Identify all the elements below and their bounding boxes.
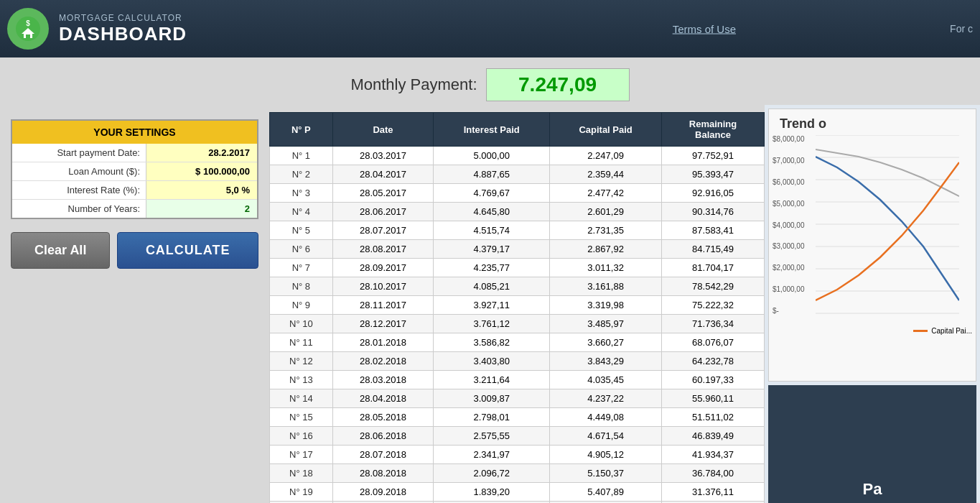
table-cell: N° 10	[270, 315, 333, 333]
logo: $	[7, 8, 49, 50]
table-cell: 28.07.2018	[332, 446, 434, 464]
table-cell: 3.660,27	[550, 333, 662, 352]
table-cell: N° 18	[270, 464, 333, 483]
table-cell: 28.08.2018	[332, 464, 434, 483]
table-cell: 75.222,32	[662, 296, 765, 315]
table-cell: 5.407,89	[550, 483, 662, 502]
bottom-panel: Pa	[768, 385, 976, 503]
col-header-capital: Capital Paid	[550, 113, 662, 147]
legend-dot-capital	[913, 330, 928, 332]
trend-chart: Trend o LOAN DEBT $8,000,00 $7,000,00 $6…	[768, 109, 976, 382]
table-cell: 3.011,32	[550, 259, 662, 277]
table-cell: 90.314,76	[662, 203, 765, 221]
table-cell: 31.376,11	[662, 483, 765, 502]
chart-legend: Capital Pai...	[913, 326, 972, 336]
clear-all-button[interactable]: Clear All	[11, 232, 110, 269]
table-cell: 28.04.2017	[332, 165, 434, 184]
table-cell: 41.934,37	[662, 446, 765, 464]
header-text: MORTGAGE CALCULATOR DASHBOARD	[59, 13, 187, 45]
table-row: N° 228.04.20174.887,652.359,4495.393,47	[270, 165, 765, 184]
table-cell: 78.542,29	[662, 277, 765, 296]
table-row: N° 1628.06.20182.575,554.671,5446.839,49	[270, 427, 765, 446]
table-row: N° 828.10.20174.085,213.161,8878.542,29	[270, 277, 765, 296]
table-row: N° 1928.09.20181.839,205.407,8931.376,11	[270, 483, 765, 502]
table-cell: N° 7	[270, 259, 333, 277]
settings-label-years: Number of Years:	[12, 200, 146, 218]
table-cell: N° 16	[270, 427, 333, 446]
table-cell: N° 8	[270, 277, 333, 296]
table-cell: N° 14	[270, 389, 333, 408]
calculate-button[interactable]: CALCULATE	[117, 232, 258, 269]
settings-value-rate: 5,0 %	[146, 181, 257, 199]
chart-title: Trend o	[769, 109, 976, 135]
table-cell: 3.009,87	[434, 389, 550, 408]
table-cell: 2.798,01	[434, 408, 550, 427]
settings-value-years: 2	[146, 200, 257, 218]
table-cell: 87.583,41	[662, 221, 765, 240]
table-cell: N° 17	[270, 446, 333, 464]
table-cell: N° 1	[270, 147, 333, 165]
table-row: N° 1528.05.20182.798,014.449,0851.511,02	[270, 408, 765, 427]
table-cell: 28.06.2017	[332, 203, 434, 221]
table-cell: 2.601,29	[550, 203, 662, 221]
right-panel: Trend o LOAN DEBT $8,000,00 $7,000,00 $6…	[765, 105, 980, 503]
app-subtitle: MORTGAGE CALCULATOR	[59, 13, 187, 23]
table-row: N° 628.08.20174.379,172.867,9284.715,49	[270, 240, 765, 259]
table-cell: 2.359,44	[550, 165, 662, 184]
amortization-table: N° P Date Interest Paid Capital Paid Rem…	[269, 112, 765, 503]
table-cell: N° 13	[270, 371, 333, 389]
table-cell: 28.10.2017	[332, 277, 434, 296]
table-cell: N° 12	[270, 352, 333, 371]
settings-box: YOUR SETTINGS Start payment Date: 28.2.2…	[11, 119, 258, 219]
monthly-payment-row: Monthly Payment: 7.247,09	[0, 57, 980, 105]
table-cell: 2.096,72	[434, 464, 550, 483]
table-cell: 2.731,35	[550, 221, 662, 240]
svg-rect-4	[26, 34, 30, 38]
table-row: N° 1028.12.20173.761,123.485,9771.736,34	[270, 315, 765, 333]
table-cell: 4.379,17	[434, 240, 550, 259]
table-row: N° 1728.07.20182.341,974.905,1241.934,37	[270, 446, 765, 464]
table-cell: 4.235,77	[434, 259, 550, 277]
chart-svg	[816, 135, 959, 315]
table-cell: 46.839,49	[662, 427, 765, 446]
for-label: For c	[950, 23, 980, 34]
table-cell: 2.247,09	[550, 147, 662, 165]
terms-of-use-link[interactable]: Terms of Use	[673, 23, 736, 35]
table-cell: 28.05.2018	[332, 408, 434, 427]
table-cell: 97.752,91	[662, 147, 765, 165]
table-cell: 28.09.2017	[332, 259, 434, 277]
table-cell: 92.916,05	[662, 184, 765, 203]
table-cell: 5.000,00	[434, 147, 550, 165]
table-cell: 4.905,12	[550, 446, 662, 464]
table-cell: N° 5	[270, 221, 333, 240]
settings-value-loan: $ 100.000,00	[146, 162, 257, 180]
table-cell: 2.575,55	[434, 427, 550, 446]
table-cell: 2.341,97	[434, 446, 550, 464]
settings-row-date: Start payment Date: 28.2.2017	[12, 144, 257, 162]
table-row: N° 128.03.20175.000,002.247,0997.752,91	[270, 147, 765, 165]
table-cell: 28.11.2017	[332, 296, 434, 315]
table-cell: 28.08.2017	[332, 240, 434, 259]
settings-label-date: Start payment Date:	[12, 144, 146, 162]
table-row: N° 1428.04.20183.009,874.237,2255.960,11	[270, 389, 765, 408]
table-cell: N° 19	[270, 483, 333, 502]
table-cell: 28.12.2017	[332, 315, 434, 333]
table-row: N° 728.09.20174.235,773.011,3281.704,17	[270, 259, 765, 277]
table-cell: 4.237,22	[550, 389, 662, 408]
table-cell: N° 4	[270, 203, 333, 221]
table-cell: 71.736,34	[662, 315, 765, 333]
table-cell: 64.232,78	[662, 352, 765, 371]
left-panel: YOUR SETTINGS Start payment Date: 28.2.2…	[0, 105, 269, 503]
table-cell: 28.02.2018	[332, 352, 434, 371]
table-cell: 3.485,97	[550, 315, 662, 333]
settings-title: YOUR SETTINGS	[12, 121, 257, 144]
settings-row-loan: Loan Amount ($): $ 100.000,00	[12, 162, 257, 181]
table-cell: 28.07.2017	[332, 221, 434, 240]
table-row: N° 1128.01.20183.586,823.660,2768.076,07	[270, 333, 765, 352]
col-header-remaining: RemainingBalance	[662, 113, 765, 147]
table-cell: 3.211,64	[434, 371, 550, 389]
table-cell: 28.01.2018	[332, 333, 434, 352]
table-row: N° 428.06.20174.645,802.601,2990.314,76	[270, 203, 765, 221]
table-cell: 3.761,12	[434, 315, 550, 333]
table-cell: 2.867,92	[550, 240, 662, 259]
